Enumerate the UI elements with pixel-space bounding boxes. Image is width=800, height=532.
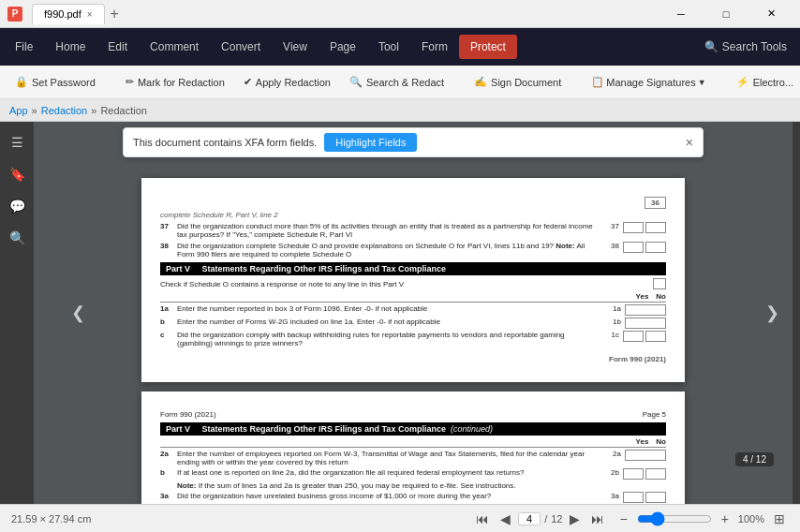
toolbar: 🔒 Set Password ✏ Mark for Redaction ✔ Ap… xyxy=(0,66,800,99)
apply-redaction-button[interactable]: ✔ Apply Redaction xyxy=(236,72,338,92)
maximize-button[interactable]: □ xyxy=(704,0,748,28)
close-window-button[interactable]: ✕ xyxy=(749,0,793,28)
search-redact-button[interactable]: 🔍 Search & Redact xyxy=(342,72,452,92)
breadcrumb-sep1: » xyxy=(32,105,37,116)
current-page-input[interactable] xyxy=(518,512,541,525)
breadcrumb-sep2: » xyxy=(91,105,96,116)
manage-icon: 📋 xyxy=(591,76,604,88)
status-bar: 21.59 × 27.94 cm ⏮ ◀ / 12 ▶ ⏭ − + 100% ⊞ xyxy=(0,504,800,532)
menu-form[interactable]: Form xyxy=(410,35,459,59)
zoom-in-button[interactable]: + xyxy=(718,510,733,528)
xfa-notification-bar: This document contains XFA form fields. … xyxy=(123,127,704,157)
sidebar-bookmark-icon[interactable]: 🔖 xyxy=(4,161,30,187)
nav-first-button[interactable]: ⏮ xyxy=(472,510,493,528)
zoom-level: 100% xyxy=(738,513,764,525)
row2b: b If at least one is reported on line 2a… xyxy=(160,468,666,480)
app-icon: P xyxy=(7,7,22,22)
manage-signatures-button[interactable]: 📋 Manage Signatures ▼ xyxy=(584,72,713,92)
note-row: Note: If the sum of lines 1a and 2a is g… xyxy=(177,481,666,490)
menu-comment[interactable]: Comment xyxy=(139,35,210,59)
row2a: 2a Enter the number of employees reporte… xyxy=(160,450,666,466)
mark-redaction-label: Mark for Redaction xyxy=(138,77,225,88)
row1b: b Enter the number of Forms W-2G include… xyxy=(160,318,666,329)
page-separator: / xyxy=(544,513,547,525)
electronic-label: Electro... xyxy=(753,77,793,88)
row37: 37 Did the organization conduct more tha… xyxy=(160,222,666,239)
pdf-page-1: 36 complete Schedule R, Part V, line 2 3… xyxy=(141,178,685,382)
apply-redaction-label: Apply Redaction xyxy=(256,77,331,88)
electronic-button[interactable]: ⚡ Electro... xyxy=(729,72,800,92)
yes-no-col-headers: YesNo xyxy=(160,292,666,303)
menu-file[interactable]: File xyxy=(4,35,44,59)
mark-icon: ✏ xyxy=(126,76,134,88)
search-tools-button[interactable]: 🔍 Search Tools xyxy=(695,37,796,57)
yes-no-col-headers-p2: YesNo xyxy=(160,437,666,448)
content-area: ☰ 🔖 💬 🔍 This document contains XFA form … xyxy=(0,122,800,504)
sidebar-comment-icon[interactable]: 💬 xyxy=(4,193,30,219)
zoom-out-button[interactable]: − xyxy=(615,510,630,528)
zoom-slider[interactable] xyxy=(637,511,712,526)
sign-icon: ✍ xyxy=(474,76,487,88)
nav-last-button[interactable]: ⏭ xyxy=(587,510,608,528)
menu-convert[interactable]: Convert xyxy=(210,35,272,59)
row38: 38 Did the organization complete Schedul… xyxy=(160,242,666,259)
page2-header-right: Page 5 xyxy=(643,410,666,419)
pdf-page-2: Form 990 (2021) Page 5 Part V Statements… xyxy=(141,392,685,504)
sign-document-label: Sign Document xyxy=(491,77,561,88)
menu-view[interactable]: View xyxy=(272,35,319,59)
tab-f990[interactable]: f990.pdf × xyxy=(32,4,105,24)
close-tab-button[interactable]: × xyxy=(87,9,93,20)
page2-header-left: Form 990 (2021) xyxy=(160,410,216,419)
lock-icon: 🔒 xyxy=(15,76,28,88)
schedule-o-check: Check if Schedule O contains a response … xyxy=(160,278,666,289)
search-redact-icon: 🔍 xyxy=(349,76,363,88)
xfa-message: This document contains XFA form fields. xyxy=(133,137,317,148)
row1a: 1a Enter the number reported in box 3 of… xyxy=(160,304,666,316)
highlight-fields-button[interactable]: Highlight Fields xyxy=(324,133,417,152)
total-pages: 12 xyxy=(551,513,562,525)
fit-page-button[interactable]: ⊞ xyxy=(770,510,789,528)
manage-signatures-label: Manage Signatures xyxy=(606,77,695,88)
row36-text: complete Schedule R, Part V, line 2 xyxy=(160,211,666,219)
menu-home[interactable]: Home xyxy=(44,35,96,59)
set-password-button[interactable]: 🔒 Set Password xyxy=(7,72,103,92)
part-v-header: Part V Statements Regarding Other IRS Fi… xyxy=(160,262,666,275)
nav-next-button[interactable]: ▶ xyxy=(566,510,584,528)
set-password-label: Set Password xyxy=(32,77,96,88)
page-navigation: ⏮ ◀ / 12 ▶ ⏭ xyxy=(472,510,608,528)
nav-prev-button[interactable]: ◀ xyxy=(496,510,514,528)
xfa-close-button[interactable]: × xyxy=(686,135,693,150)
nav-right-arrow[interactable]: ❯ xyxy=(765,303,779,323)
chevron-down-icon: ▼ xyxy=(698,78,706,87)
minimize-button[interactable]: ─ xyxy=(659,0,703,28)
form-number-p1: Form 990 (2021) xyxy=(160,355,666,363)
menu-protect[interactable]: Protect xyxy=(459,35,517,59)
electronic-icon: ⚡ xyxy=(736,76,749,88)
title-bar: P f990.pdf × + ─ □ ✕ xyxy=(0,0,800,28)
breadcrumb-redaction[interactable]: Redaction xyxy=(41,105,88,116)
right-sidebar xyxy=(793,122,800,504)
page2-header: Form 990 (2021) Page 5 xyxy=(160,410,666,419)
search-redact-label: Search & Redact xyxy=(366,77,444,88)
tab-filename: f990.pdf xyxy=(44,8,81,20)
sidebar-search-icon[interactable]: 🔍 xyxy=(4,225,30,251)
menu-bar: File Home Edit Comment Convert View Page… xyxy=(0,28,800,66)
left-sidebar: ☰ 🔖 💬 🔍 xyxy=(0,122,34,504)
nav-left-arrow[interactable]: ❮ xyxy=(71,303,85,323)
sign-document-button[interactable]: ✍ Sign Document xyxy=(467,72,569,92)
page-badge: 4 / 12 xyxy=(735,452,774,466)
breadcrumb-app[interactable]: App xyxy=(9,105,28,116)
menu-page[interactable]: Page xyxy=(319,35,367,59)
part-v-header-p2: Part V Statements Regarding Other IRS Fi… xyxy=(160,422,666,436)
sidebar-menu-icon[interactable]: ☰ xyxy=(4,129,30,155)
mark-redaction-button[interactable]: ✏ Mark for Redaction xyxy=(118,72,232,92)
breadcrumb: App » Redaction » Redaction xyxy=(0,99,800,122)
search-icon: 🔍 xyxy=(704,40,719,53)
menu-tool[interactable]: Tool xyxy=(367,35,410,59)
window-controls: ─ □ ✕ xyxy=(659,0,793,28)
pdf-area: This document contains XFA form fields. … xyxy=(34,122,793,504)
apply-icon: ✔ xyxy=(244,76,252,88)
menu-edit[interactable]: Edit xyxy=(96,35,139,59)
new-tab-button[interactable]: + xyxy=(105,6,125,22)
zoom-controls: − + 100% ⊞ xyxy=(615,510,789,528)
